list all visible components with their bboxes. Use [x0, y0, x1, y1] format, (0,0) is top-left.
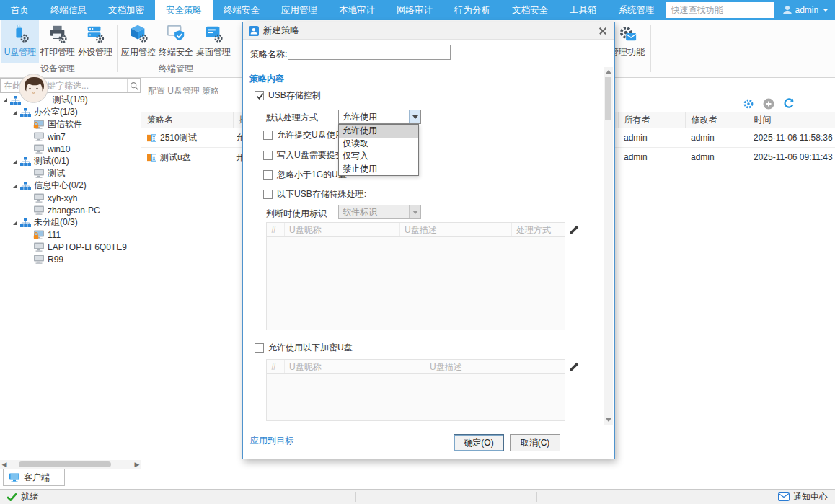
org-group-icon	[20, 182, 31, 190]
checkbox-usb-control[interactable]: USB存储控制	[255, 90, 321, 101]
computer-icon	[33, 169, 45, 178]
policy-doc-icon	[147, 153, 156, 162]
tree-node-group[interactable]: 信息中心(0/2)	[0, 180, 141, 192]
nav-network-audit[interactable]: 网络审计	[386, 0, 443, 20]
ribbon-terminal-security[interactable]: 终端安全	[157, 20, 195, 63]
tree-node-pc[interactable]: 测试	[0, 167, 141, 180]
sidebar-tab-bar: 客户端	[0, 469, 141, 486]
default-mode-combobox[interactable]: 允许使用	[338, 110, 421, 124]
settings-gear-icon[interactable]	[743, 98, 754, 110]
user-menu[interactable]: admin	[774, 5, 835, 15]
checkbox-special-usb[interactable]: 以下USB存储特殊处理:	[263, 189, 366, 200]
cancel-button[interactable]: 取消(C)	[510, 434, 560, 451]
policy-name-input[interactable]	[288, 45, 451, 60]
tree-node-pc[interactable]: win10	[0, 143, 141, 155]
scroll-down-icon[interactable]	[606, 418, 611, 422]
ribbon-divider	[650, 25, 651, 72]
search-icon[interactable]	[127, 79, 140, 92]
horizontal-scrollbar[interactable]: ◀ ▶	[0, 460, 141, 469]
dialog-app-icon	[249, 26, 259, 36]
tree-node-group[interactable]: 测试(0/1)	[0, 155, 141, 167]
ok-button[interactable]: 确定(O)	[454, 434, 504, 451]
divider	[243, 425, 614, 425]
nav-behavior-analysis[interactable]: 行为分析	[443, 0, 501, 20]
expand-triangle-icon[interactable]	[3, 98, 7, 102]
checkbox-unchecked[interactable]	[263, 131, 273, 140]
nav-doc-encrypt[interactable]: 文档加密	[97, 0, 155, 20]
divider	[243, 66, 614, 66]
scrollbar-thumb[interactable]	[605, 77, 611, 120]
divider	[536, 492, 537, 502]
ribbon-app-control[interactable]: 应用管控	[120, 20, 157, 63]
nav-local-audit[interactable]: 本地审计	[328, 0, 386, 20]
tree-node-pc[interactable]: zhangsan-PC	[0, 204, 141, 216]
expand-triangle-icon[interactable]	[13, 184, 17, 188]
ribbon-print-manage[interactable]: 打印管理	[39, 20, 76, 63]
checkbox-unchecked[interactable]	[263, 170, 273, 180]
refresh-icon[interactable]	[783, 98, 795, 110]
dropdown-option-forbid[interactable]: 禁止使用	[339, 163, 418, 176]
ribbon-usb-manage[interactable]: U盘管理	[1, 20, 39, 63]
envelope-icon	[778, 492, 790, 501]
computer-lock-icon	[33, 120, 45, 129]
checkbox-checked[interactable]	[255, 91, 264, 100]
nav-system-manage[interactable]: 系统管理	[608, 0, 666, 20]
nav-terminal-info[interactable]: 终端信息	[40, 0, 97, 20]
computer-icon	[33, 205, 45, 215]
encrypted-usb-table-header: # U盘昵称 U盘描述	[267, 360, 565, 374]
checkbox-unchecked[interactable]	[263, 151, 273, 160]
dropdown-option-allow[interactable]: 允许使用	[339, 125, 418, 138]
dropdown-option-readonly[interactable]: 仅读取	[339, 138, 418, 151]
dropdown-option-writeonly[interactable]: 仅写入	[339, 150, 418, 163]
nav-terminal-security[interactable]: 终端安全	[213, 0, 270, 20]
tree-node-group[interactable]: 未分组(0/3)	[0, 216, 141, 229]
scroll-up-icon[interactable]	[606, 70, 611, 74]
nav-security-policy[interactable]: 安全策略	[155, 0, 213, 20]
dialog-scrollbar[interactable]	[604, 67, 613, 425]
col-modifier[interactable]: 修改者	[685, 112, 748, 128]
usb-drive-icon	[10, 24, 30, 44]
col-policy-name[interactable]: 策略名	[141, 112, 233, 128]
printer-icon	[48, 24, 68, 44]
ribbon-group-terminal: 应用管控 终端安全 桌面管理 终端管理	[120, 20, 232, 77]
expand-triangle-icon[interactable]	[13, 159, 17, 164]
col-owner[interactable]: 所有者	[618, 112, 685, 128]
tree-node-pc[interactable]: R99	[0, 253, 141, 265]
scrollbar-thumb[interactable]	[19, 461, 111, 467]
tree-node-pc[interactable]: LAPTOP-LF6Q0TE9	[0, 241, 141, 253]
id-method-combobox[interactable]: 软件标识	[338, 205, 421, 219]
nav-doc-security[interactable]: 文档安全	[501, 0, 559, 20]
col-time[interactable]: 时间	[748, 112, 835, 128]
close-icon[interactable]	[597, 25, 609, 37]
nav-toolbox[interactable]: 工具箱	[559, 0, 608, 20]
tree-node-pc[interactable]: xyh-xyh	[0, 192, 141, 204]
checkbox-ignore-1g[interactable]: 忽略小于1G的U盘	[263, 169, 347, 180]
device-tree-panel: 测试(1/9) 办公室(1/3) 国信软件 win7 win10 测试(0/1)…	[0, 78, 141, 489]
org-group-icon	[20, 108, 31, 117]
tree-node-pc[interactable]: 国信软件	[0, 118, 141, 131]
tree-node-group[interactable]: 办公室(1/3)	[0, 106, 141, 118]
edit-pencil-icon[interactable]	[569, 225, 579, 235]
tab-client[interactable]: 客户端	[3, 469, 65, 486]
combo-dropdown-button[interactable]	[409, 110, 420, 123]
ribbon-peripheral-manage[interactable]: 外设管理	[76, 20, 114, 63]
expand-triangle-icon[interactable]	[13, 221, 17, 225]
checkbox-unchecked[interactable]	[255, 343, 264, 353]
ribbon-desktop-manage[interactable]: 桌面管理	[195, 20, 232, 63]
apply-to-target-link[interactable]: 应用到目标	[250, 435, 293, 447]
ready-check-icon	[7, 493, 17, 501]
scroll-left-icon[interactable]: ◀	[0, 460, 9, 469]
notify-center[interactable]: 通知中心	[778, 491, 828, 503]
checkbox-unchecked[interactable]	[263, 190, 273, 199]
tree-node-pc[interactable]: win7	[0, 131, 141, 143]
expand-triangle-icon[interactable]	[13, 110, 17, 115]
nav-app-manage[interactable]: 应用管理	[270, 0, 328, 20]
add-policy-icon[interactable]	[763, 98, 774, 110]
computer-icon	[33, 193, 45, 203]
tree-node-pc[interactable]: 111	[0, 229, 141, 241]
nav-home[interactable]: 首页	[0, 0, 40, 20]
quick-search-input[interactable]	[666, 2, 774, 18]
scroll-right-icon[interactable]: ▶	[133, 460, 141, 469]
edit-pencil-icon[interactable]	[569, 362, 579, 372]
checkbox-encrypted-usb[interactable]: 允许使用以下加密U盘	[255, 342, 353, 353]
